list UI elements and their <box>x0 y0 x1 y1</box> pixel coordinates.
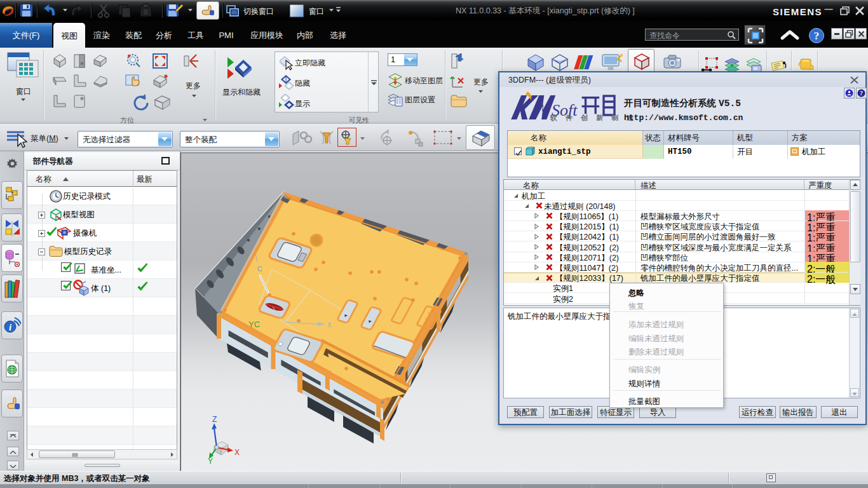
svg-text:?: ? <box>814 30 820 42</box>
svg-text:C: C <box>257 265 262 273</box>
svg-text:Z: Z <box>212 415 217 424</box>
svg-text:X: X <box>234 448 240 457</box>
svg-text:?: ? <box>860 90 863 97</box>
svg-text:YC: YC <box>248 320 260 329</box>
svg-text:X: X <box>327 322 332 329</box>
svg-text:Y: Y <box>208 457 213 466</box>
